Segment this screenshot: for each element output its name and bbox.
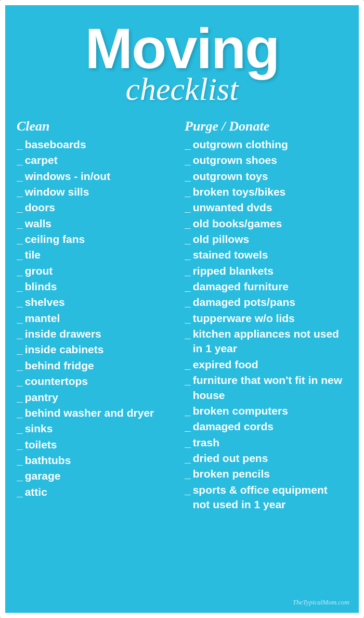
purge-item: _damaged cords (185, 419, 347, 434)
clean-item: _toilets (17, 437, 179, 452)
main-card: Moving checklist Clean _baseboards_carpe… (0, 0, 364, 618)
clean-item: _window sills (17, 185, 179, 199)
purge-item: _trash (185, 435, 347, 450)
clean-item: _sinks (17, 421, 179, 436)
clean-item: _behind washer and dryer (17, 406, 179, 420)
clean-item: _windows - in/out (17, 169, 179, 184)
clean-item: _inside cabinets (17, 342, 179, 357)
purge-item: _old books/games (185, 216, 347, 231)
columns: Clean _baseboards_carpet_windows - in/ou… (17, 114, 347, 513)
clean-item: _mantel (17, 311, 179, 326)
purge-item: _stained towels (185, 248, 347, 262)
purge-column: Purge / Donate _outgrown clothing_outgro… (185, 119, 347, 513)
clean-item: _doors (17, 200, 179, 215)
clean-item: _tile (17, 248, 179, 262)
purge-item: _expired food (185, 357, 347, 372)
title-moving: Moving (17, 20, 347, 77)
purge-item: _kitchen appliances not used in 1 year (185, 327, 347, 356)
purge-item: _tupperware w/o lids (185, 311, 347, 326)
purge-item: _ripped blankets (185, 264, 347, 278)
purge-item: _damaged furniture (185, 279, 347, 294)
clean-item: _blinds (17, 279, 179, 294)
clean-column: Clean _baseboards_carpet_windows - in/ou… (17, 119, 179, 513)
purge-item: _unwanted dvds (185, 200, 347, 215)
clean-item: _pantry (17, 390, 179, 405)
clean-item: _baseboards (17, 137, 179, 152)
clean-item: _shelves (17, 295, 179, 310)
clean-list: _baseboards_carpet_windows - in/out_wind… (17, 137, 179, 499)
purge-item: _damaged pots/pans (185, 295, 347, 310)
clean-item: _attic (17, 485, 179, 499)
clean-item: _walls (17, 216, 179, 231)
clean-item: _countertops (17, 374, 179, 389)
purge-item: _sports & office equipment not used in 1… (185, 483, 347, 512)
purge-list: _outgrown clothing_outgrown shoes_outgro… (185, 137, 347, 512)
purge-item: _broken toys/bikes (185, 185, 347, 199)
title-section: Moving checklist (17, 15, 347, 114)
clean-header: Clean (17, 119, 179, 134)
clean-item: _inside drawers (17, 327, 179, 341)
purge-item: _outgrown toys (185, 169, 347, 184)
clean-item: _garage (17, 469, 179, 483)
clean-item: _ceiling fans (17, 232, 179, 247)
clean-item: _grout (17, 264, 179, 278)
clean-item: _bathtubs (17, 453, 179, 468)
clean-item: _behind fridge (17, 358, 179, 373)
purge-item: _old pillows (185, 232, 347, 247)
purge-item: _outgrown shoes (185, 153, 347, 168)
purge-item: _broken computers (185, 404, 347, 418)
purge-header: Purge / Donate (185, 119, 347, 134)
purge-item: _broken pencils (185, 467, 347, 481)
watermark: TheTypicalMom.com (293, 598, 349, 607)
purge-item: _furniture that won't fit in new house (185, 373, 347, 403)
clean-item: _carpet (17, 153, 179, 168)
purge-item: _outgrown clothing (185, 137, 347, 152)
purge-item: _dried out pens (185, 451, 347, 466)
title-checklist: checklist (17, 73, 347, 105)
